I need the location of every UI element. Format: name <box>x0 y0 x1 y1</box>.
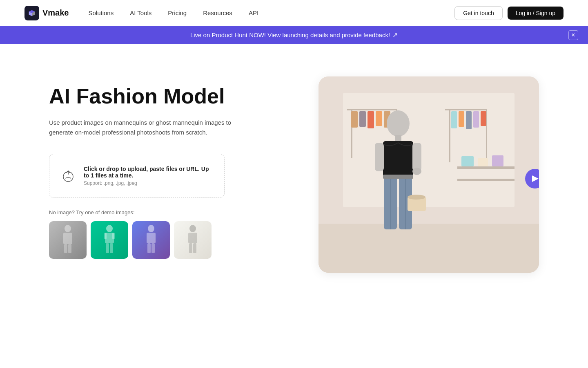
nav-pricing[interactable]: Pricing <box>168 9 187 16</box>
nav-actions: Get in touch Log in / Sign up <box>454 6 564 20</box>
upload-area[interactable]: Click or drop to upload, paste files or … <box>49 154 225 198</box>
svg-rect-41 <box>492 155 503 166</box>
upload-icon <box>59 167 77 185</box>
svg-rect-32 <box>451 111 457 128</box>
upload-main-text: Click or drop to upload, paste files or … <box>84 166 214 179</box>
svg-rect-40 <box>478 158 488 166</box>
svg-rect-3 <box>64 244 67 253</box>
svg-rect-30 <box>445 109 486 110</box>
demo-images-row <box>49 221 294 259</box>
svg-rect-49 <box>412 143 421 171</box>
right-column <box>318 76 539 273</box>
svg-rect-16 <box>188 233 197 243</box>
svg-rect-8 <box>112 233 115 239</box>
demo-image-3[interactable] <box>132 221 170 259</box>
left-column: AI Fashion Model Use product images on m… <box>49 76 294 259</box>
svg-rect-55 <box>383 175 413 179</box>
svg-rect-47 <box>383 141 413 178</box>
get-in-touch-button[interactable]: Get in touch <box>454 6 503 20</box>
demo-image-2[interactable] <box>91 221 128 259</box>
svg-rect-36 <box>481 111 486 126</box>
nav-api[interactable]: API <box>249 9 258 16</box>
showcase-card <box>318 76 539 273</box>
svg-rect-48 <box>375 143 384 171</box>
svg-rect-4 <box>68 244 71 253</box>
hero-title: AI Fashion Model <box>49 85 294 108</box>
svg-rect-7 <box>104 233 107 239</box>
svg-rect-12 <box>147 233 156 243</box>
banner-link[interactable]: Live on Product Hunt NOW! View launching… <box>190 31 398 39</box>
banner-close-button[interactable]: × <box>568 30 578 40</box>
svg-point-11 <box>148 225 154 232</box>
svg-rect-24 <box>351 111 358 128</box>
svg-rect-33 <box>459 111 464 127</box>
main-content: AI Fashion Model Use product images on m… <box>0 44 588 368</box>
svg-point-5 <box>106 225 113 232</box>
svg-point-1 <box>65 225 71 232</box>
svg-rect-25 <box>359 111 366 127</box>
demo-image-1[interactable] <box>49 221 87 259</box>
hero-description: Use product images on mannequins or ghos… <box>49 118 245 137</box>
svg-rect-17 <box>189 243 192 253</box>
upload-text: Click or drop to upload, paste files or … <box>84 166 214 186</box>
svg-rect-9 <box>106 243 109 253</box>
svg-rect-44 <box>318 224 539 273</box>
nav-resources[interactable]: Resources <box>203 9 232 16</box>
svg-point-50 <box>412 168 421 175</box>
svg-rect-39 <box>461 156 474 166</box>
banner-text: Live on Product Hunt NOW! View launching… <box>190 31 390 38</box>
svg-rect-14 <box>151 243 155 253</box>
svg-point-45 <box>387 110 410 137</box>
svg-rect-13 <box>147 243 151 253</box>
demo-image-4[interactable] <box>174 221 212 259</box>
navbar: Vmake Solutions AI Tools Pricing Resourc… <box>0 0 588 26</box>
svg-rect-18 <box>193 243 196 253</box>
svg-rect-27 <box>376 111 382 126</box>
svg-rect-26 <box>368 111 374 128</box>
nav-solutions[interactable]: Solutions <box>89 9 114 16</box>
nav-links: Solutions AI Tools Pricing Resources API <box>89 9 455 16</box>
product-hunt-banner: Live on Product Hunt NOW! View launching… <box>0 26 588 44</box>
banner-arrow-icon: ↗ <box>392 31 398 39</box>
svg-rect-38 <box>457 179 514 181</box>
nav-ai-tools[interactable]: AI Tools <box>130 9 151 16</box>
svg-rect-34 <box>466 111 472 129</box>
logo[interactable]: Vmake <box>24 6 69 20</box>
logo-text: Vmake <box>42 8 69 18</box>
showcase-image <box>318 76 539 273</box>
svg-point-57 <box>408 195 425 200</box>
upload-support-text: Support: .png, .jpg, .jpeg <box>84 180 214 186</box>
svg-rect-10 <box>110 243 113 253</box>
logo-icon <box>24 6 39 20</box>
svg-point-15 <box>189 225 196 232</box>
demo-images-label: No image? Try one of demo images: <box>49 209 294 215</box>
svg-rect-35 <box>473 111 479 128</box>
svg-rect-37 <box>457 166 514 169</box>
svg-rect-2 <box>63 233 72 244</box>
login-signup-button[interactable]: Log in / Sign up <box>508 7 564 20</box>
svg-rect-29 <box>449 109 450 162</box>
svg-rect-22 <box>347 109 396 110</box>
